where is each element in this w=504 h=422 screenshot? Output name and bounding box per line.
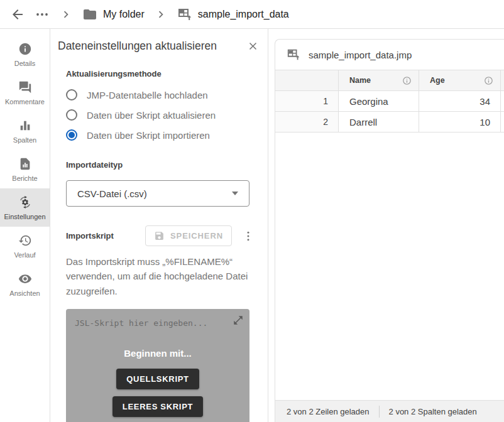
sidebar-item-label: Spalten	[13, 136, 36, 144]
sidebar-item-kommentare[interactable]: Kommentare	[0, 73, 50, 112]
editor-start-overlay: Beginnen mit... QUELLSKRIPT LEERES SKRIP…	[66, 348, 249, 422]
column-header-name[interactable]: Name	[338, 70, 419, 90]
import-script-label: Importskript	[66, 231, 114, 241]
sidebar-item-label: Details	[14, 60, 36, 67]
status-divider	[379, 406, 380, 418]
radio-label: JMP-Datentabelle hochladen	[87, 90, 208, 100]
age-cell: 34	[419, 91, 500, 111]
preview-file-name: sample_import_data.jmp	[309, 50, 412, 60]
chevron-right-icon	[59, 8, 73, 21]
expand-editor-button[interactable]	[233, 315, 244, 326]
sidebar-item-spalten[interactable]: Spalten	[0, 112, 50, 150]
sidebar: Details Kommentare Spalten Berichte	[0, 29, 50, 422]
script-options-menu-button[interactable]	[242, 230, 255, 242]
row-number-cell: 2	[275, 112, 338, 132]
bar-chart-icon	[18, 119, 32, 133]
more-horizontal-icon	[35, 7, 50, 22]
sidebar-item-label: Verlauf	[14, 251, 35, 259]
name-cell: Georgina	[338, 91, 419, 111]
rows-loaded-status: 2 von 2 Zeilen geladen	[287, 407, 370, 416]
import-file-type-select[interactable]: CSV-Datei (.csv)	[66, 180, 249, 207]
grid-header-row: Name Age	[275, 70, 504, 91]
radio-update-via-script[interactable]: Daten über Skript aktualisieren	[66, 105, 259, 125]
table-row: 1 Georgina 34	[275, 91, 504, 112]
eye-icon	[18, 272, 32, 286]
close-icon	[247, 40, 259, 52]
breadcrumb-current-item[interactable]: sample_import_data	[177, 7, 289, 22]
update-method-section-label: Aktualisierungsmethode	[66, 69, 259, 78]
preview-card-header: sample_import_data.jmp	[275, 40, 504, 70]
row-number-cell: 1	[275, 91, 338, 111]
data-table-upload-icon	[287, 48, 300, 62]
column-info-icon[interactable]	[484, 76, 493, 85]
close-button[interactable]	[247, 40, 259, 55]
kebab-menu-icon	[242, 230, 255, 242]
row-filler	[500, 112, 504, 132]
sidebar-item-label: Kommentare	[5, 98, 45, 106]
name-cell: Darrell	[338, 112, 419, 132]
sidebar-item-details[interactable]: Details	[0, 35, 50, 73]
radio-circle-icon	[66, 129, 77, 141]
sidebar-item-label: Ansichten	[9, 289, 40, 297]
save-button-label: SPEICHERN	[170, 231, 223, 241]
source-script-button[interactable]: QUELLSKRIPT	[116, 369, 199, 389]
arrow-back-icon	[10, 7, 25, 22]
import-file-type-label: Importdateityp	[66, 160, 259, 170]
more-menu-button[interactable]	[35, 7, 50, 22]
sidebar-item-einstellungen[interactable]: Einstellungen	[0, 188, 50, 227]
data-grid: Name Age	[275, 70, 504, 400]
column-header-age[interactable]: Age	[419, 70, 500, 90]
back-button[interactable]	[10, 7, 25, 22]
folder-icon	[82, 7, 97, 22]
data-table-preview-card: sample_import_data.jmp Name	[275, 39, 504, 422]
comments-icon	[18, 80, 32, 94]
radio-upload-jmp-table[interactable]: JMP-Datentabelle hochladen	[66, 85, 259, 105]
radio-label: Daten über Skript aktualisieren	[87, 110, 216, 121]
history-icon	[18, 234, 32, 247]
info-icon	[18, 42, 32, 56]
data-table-upload-icon	[177, 7, 192, 22]
column-header-label: Name	[349, 76, 371, 85]
column-header-label: Age	[430, 76, 445, 85]
import-file-type-value: CSV-Datei (.csv)	[77, 188, 147, 199]
breadcrumb-folder-label: My folder	[103, 9, 145, 20]
radio-import-via-script[interactable]: Daten über Skript importieren	[66, 125, 259, 145]
report-file-icon	[18, 157, 32, 171]
sidebar-item-label: Einstellungen	[4, 213, 45, 220]
jsl-script-editor[interactable]: JSL-Skript hier eingeben... Beginnen mit…	[66, 309, 249, 422]
breadcrumb-item-label: sample_import_data	[198, 9, 289, 20]
age-cell: 10	[419, 112, 500, 132]
save-icon	[154, 230, 165, 241]
chevron-right-icon	[154, 8, 168, 21]
update-method-radio-group: JMP-Datentabelle hochladen Daten über Sk…	[66, 85, 259, 145]
sidebar-item-berichte[interactable]: Berichte	[0, 150, 50, 188]
row-filler	[500, 91, 504, 111]
sidebar-item-ansichten[interactable]: Ansichten	[0, 265, 50, 303]
column-info-icon[interactable]	[402, 76, 412, 85]
chevron-down-icon	[232, 192, 238, 195]
dialog-title: Dateneinstellungen aktualisieren	[58, 40, 217, 53]
import-script-help-text: Das Importskript muss „%FILENAME%“ verwe…	[66, 254, 256, 298]
columns-loaded-status: 2 von 2 Spalten geladen	[389, 407, 477, 416]
sidebar-item-label: Berichte	[12, 175, 37, 182]
empty-script-button[interactable]: LEERES SKRIPT	[112, 396, 203, 417]
radio-circle-icon	[66, 89, 77, 100]
breadcrumb-chevron	[59, 8, 73, 21]
breadcrumb-folder[interactable]: My folder	[82, 7, 145, 22]
table-row: 2 Darrell 10	[275, 112, 504, 133]
preview-panel: sample_import_data.jmp Name	[268, 29, 504, 422]
script-editor-placeholder: JSL-Skript hier eingeben...	[75, 318, 241, 328]
preview-status-bar: 2 von 2 Zeilen geladen 2 von 2 Spalten g…	[275, 400, 504, 422]
top-bar: My folder sample_import_data	[0, 0, 504, 29]
start-with-label: Beginnen mit...	[124, 348, 192, 359]
breadcrumb-chevron	[154, 8, 168, 21]
expand-icon	[233, 315, 244, 326]
data-settings-panel: Dateneinstellungen aktualisieren Aktuali…	[50, 29, 268, 422]
radio-label: Daten über Skript importieren	[87, 130, 210, 141]
settings-sync-icon	[18, 195, 32, 209]
row-number-header	[275, 70, 338, 90]
save-button[interactable]: SPEICHERN	[145, 225, 232, 246]
sidebar-item-verlauf[interactable]: Verlauf	[0, 227, 50, 265]
radio-circle-icon	[66, 109, 77, 121]
grid-header-filler	[500, 70, 504, 90]
